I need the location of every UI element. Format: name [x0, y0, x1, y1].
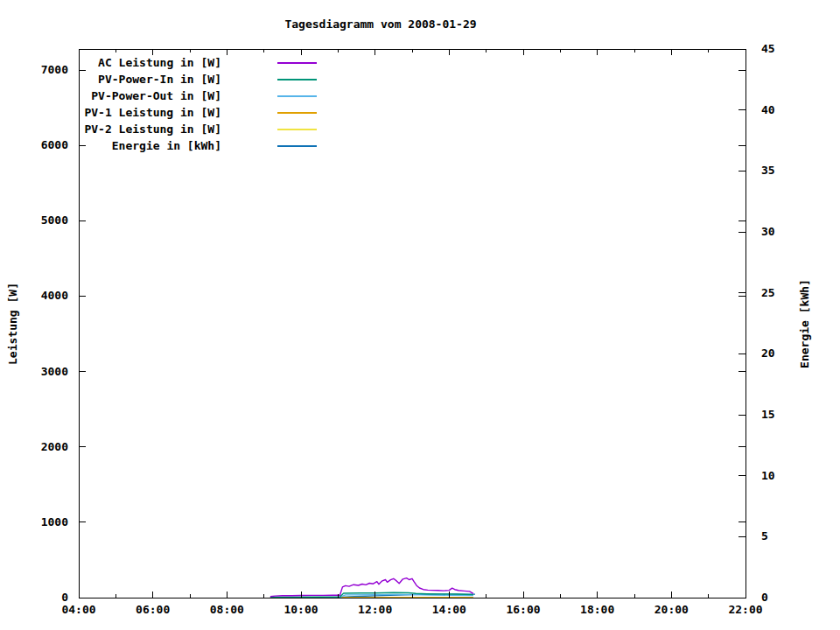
y-left-tick-label: 1000	[41, 515, 68, 528]
y-right-tick-label: 25	[761, 286, 775, 299]
y-left-tick-label: 5000	[41, 214, 68, 227]
y-left-tick-label: 4000	[41, 289, 68, 302]
chart-canvas: 04:0006:0008:0010:0012:0014:0016:0018:00…	[0, 0, 840, 630]
x-tick-label: 04:00	[61, 603, 95, 616]
legend-label: Energie in [kWh]	[112, 139, 221, 152]
y-right-tick-label: 30	[761, 225, 775, 238]
y-left-tick-label: 7000	[41, 63, 68, 76]
x-tick-label: 16:00	[506, 603, 540, 616]
legend-label: PV-2 Leistung in [W]	[84, 122, 221, 136]
y-right-tick-label: 40	[761, 103, 775, 116]
y-right-tick-label: 5	[761, 529, 768, 542]
x-tick-label: 14:00	[432, 603, 466, 616]
y-right-axis-label: Energie [kWh]	[798, 279, 811, 368]
x-tick-label: 12:00	[358, 603, 392, 616]
y-right-tick-label: 35	[761, 164, 775, 177]
y-left-axis-label: Leistung [W]	[6, 283, 19, 365]
x-tick-label: 10:00	[284, 603, 318, 616]
legend-label: PV-Power-In in [W]	[98, 73, 221, 86]
y-right-tick-label: 45	[761, 42, 775, 55]
legend-label: PV-1 Leistung in [W]	[84, 106, 221, 119]
y-right-tick-label: 15	[761, 408, 775, 421]
y-right-tick-label: 10	[761, 469, 775, 482]
y-left-tick-label: 2000	[41, 440, 68, 453]
legend-label: PV-Power-Out in [W]	[91, 89, 221, 102]
y-left-tick-label: 6000	[41, 138, 68, 151]
y-left-tick-label: 3000	[41, 365, 68, 378]
y-left-tick-label: 0	[61, 591, 68, 604]
x-tick-label: 20:00	[654, 603, 689, 616]
x-tick-label: 06:00	[136, 603, 170, 616]
chart-title: Tagesdiagramm vom 2008-01-29	[284, 18, 476, 31]
y-right-tick-label: 0	[761, 591, 768, 604]
chart-page: Tagesdiagramm vom 2008-01-29 Leistung [W…	[0, 0, 840, 630]
x-tick-label: 18:00	[580, 603, 614, 616]
x-tick-label: 08:00	[210, 603, 244, 616]
x-tick-label: 22:00	[728, 603, 762, 616]
y-right-tick-label: 20	[761, 346, 775, 360]
legend-label: AC Leistung in [W]	[98, 56, 221, 69]
